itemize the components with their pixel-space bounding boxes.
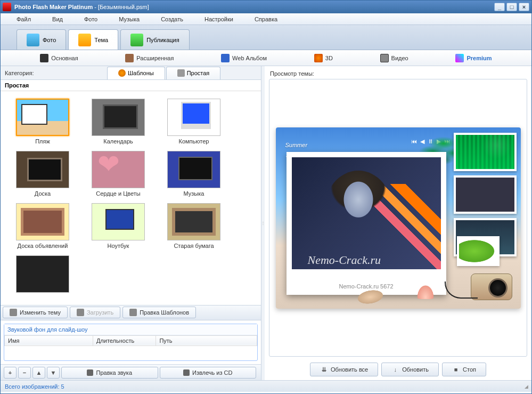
maximize-button[interactable]: □ [506, 3, 517, 11]
swap-icon [10, 309, 17, 316]
download-all-icon: ⇊ [320, 366, 328, 373]
template-actions: Изменить тему Загрузить Правка Шаблонов [1, 305, 261, 320]
shell-decoration-icon [414, 281, 437, 299]
thumbnail-icon [16, 151, 69, 188]
edit-sound-button[interactable]: Правка звука [61, 367, 158, 379]
main-tabs: Фото Тема Публикация [1, 25, 531, 50]
template-old-paper[interactable]: Старая бумага [159, 203, 228, 249]
category-3d[interactable]: 3D [314, 54, 333, 62]
menu-photo[interactable]: Фото [73, 14, 108, 24]
subtab-templates[interactable]: Шаблоны [107, 67, 165, 79]
template-computer[interactable]: Компьютер [159, 99, 228, 144]
stop-button[interactable]: ■Стоп [442, 363, 486, 376]
left-panel: Категория: Шаблоны Простая Простая Пляж … [1, 66, 261, 380]
window-title: Photo Flash Maker Platinum - [Безымянный… [14, 4, 493, 10]
basic-icon [40, 54, 48, 62]
download-button[interactable]: Загрузить [70, 307, 120, 318]
category-video[interactable]: Видео [380, 54, 408, 62]
thumbnail-icon [16, 255, 69, 293]
move-up-button[interactable]: ▲ [32, 367, 45, 379]
prev-track-icon[interactable]: ⏮ [411, 138, 417, 145]
template-music[interactable]: Музыка [159, 151, 228, 197]
category-extended[interactable]: Расширенная [125, 54, 174, 62]
category-premium[interactable]: Premium [455, 54, 492, 62]
minimize-button[interactable]: _ [494, 3, 505, 11]
main-photo: Nemo-Crack.ru Nemo-Crack.ru 5672 [287, 152, 446, 295]
template-board[interactable]: Доска [8, 151, 77, 197]
wrench-icon [177, 69, 185, 77]
theme-icon [78, 34, 91, 46]
menu-file[interactable]: Файл [6, 14, 42, 24]
download-icon: ↓ [391, 366, 399, 373]
app-logo-icon [3, 3, 11, 11]
stop-icon: ■ [452, 366, 460, 373]
tab-photo[interactable]: Фото [17, 29, 66, 50]
right-panel: Просмотр темы: SummerTime ⏮ ◀ ⏸ ▶ ⏭ 🔊 Ne… [265, 66, 531, 380]
video-icon [380, 54, 389, 62]
tab-theme[interactable]: Тема [68, 29, 118, 50]
edit-templates-button[interactable]: Правка Шаблонов [122, 307, 196, 318]
theme-preview-content: SummerTime ⏮ ◀ ⏸ ▶ ⏭ 🔊 Nemo-Crack.ru Nem… [276, 127, 521, 309]
pencil-icon [87, 369, 93, 376]
template-heart-flowers[interactable]: Сердце и Цветы [84, 151, 153, 197]
camera-decoration-icon [471, 274, 512, 300]
tab-publish[interactable]: Публикация [120, 29, 189, 50]
publish-icon [130, 34, 143, 46]
template-beach[interactable]: Пляж [8, 99, 77, 144]
template-laptop[interactable]: Ноутбук [84, 203, 153, 249]
category-label: Категория: [1, 70, 107, 76]
disc-icon [183, 369, 190, 376]
extended-icon [125, 54, 134, 62]
thumbnail-icon [16, 203, 69, 240]
update-all-button[interactable]: ⇊Обновить все [310, 363, 378, 376]
thumbnail-icon [92, 203, 145, 240]
update-button[interactable]: ↓Обновить [381, 363, 439, 376]
close-button[interactable]: × [519, 3, 529, 11]
preview-actions: ⇊Обновить все ↓Обновить ■Стоп [269, 357, 527, 378]
audio-header: Звуковой фон для слайд-шоу [4, 324, 257, 335]
subtab-simple[interactable]: Простая [166, 67, 221, 79]
category-basic[interactable]: Основная [40, 54, 78, 62]
menu-settings[interactable]: Настройки [194, 14, 244, 24]
status-bar: Всего изображений: 5 ◢ [1, 380, 531, 392]
template-more[interactable] [8, 255, 77, 295]
photo-icon [27, 34, 39, 46]
theme-preview: SummerTime ⏮ ◀ ⏸ ▶ ⏭ 🔊 Nemo-Crack.ru Nem… [269, 79, 527, 357]
preview-label: Просмотр темы: [269, 68, 527, 79]
menu-view[interactable]: Вид [42, 14, 73, 24]
category-row: Категория: Шаблоны Простая [1, 66, 261, 80]
category-web-album[interactable]: Web Альбом [221, 54, 267, 62]
template-calendar[interactable]: Календарь [84, 99, 153, 144]
menu-music[interactable]: Музыка [108, 14, 150, 24]
add-audio-button[interactable]: + [4, 367, 17, 379]
move-down-button[interactable]: ▼ [47, 367, 60, 379]
menu-create[interactable]: Создать [150, 14, 194, 24]
extract-cd-button[interactable]: Извлечь из CD [160, 367, 257, 379]
col-path[interactable]: Путь [156, 335, 257, 345]
theme-categories-toolbar: Основная Расширенная Web Альбом 3D Видео… [1, 50, 531, 66]
status-count: Всего изображений: 5 [5, 383, 64, 390]
thumbnail-icon [92, 151, 145, 188]
web-icon [221, 54, 230, 62]
audio-controls: + − ▲ ▼ Правка звука Извлечь из CD [1, 364, 261, 380]
col-name[interactable]: Имя [5, 335, 93, 345]
remove-audio-button[interactable]: − [18, 367, 31, 379]
side-photo-1 [454, 133, 517, 171]
col-duration[interactable]: Длительность [93, 335, 156, 345]
template-bulletin-board[interactable]: Доска объявлений [8, 203, 77, 249]
resize-grip-icon[interactable]: ◢ [525, 384, 527, 389]
thumbnail-icon [167, 203, 220, 240]
watermark: Nemo-Crack.ru [308, 253, 381, 267]
audio-empty-row [5, 345, 257, 360]
premium-icon [455, 54, 464, 62]
star-icon [118, 69, 126, 77]
pencil-icon [129, 309, 137, 316]
audio-table: Имя Длительность Путь [4, 335, 257, 361]
menu-bar: Файл Вид Фото Музыка Создать Настройки С… [1, 13, 531, 25]
side-photo-2 [454, 175, 517, 214]
menu-help[interactable]: Справка [244, 14, 288, 24]
thumbnail-icon [92, 99, 145, 136]
templates-list[interactable]: Простая Пляж Календарь Компьютер Доска С… [1, 80, 261, 305]
change-theme-button[interactable]: Изменить тему [3, 307, 68, 318]
download-icon [77, 309, 84, 316]
